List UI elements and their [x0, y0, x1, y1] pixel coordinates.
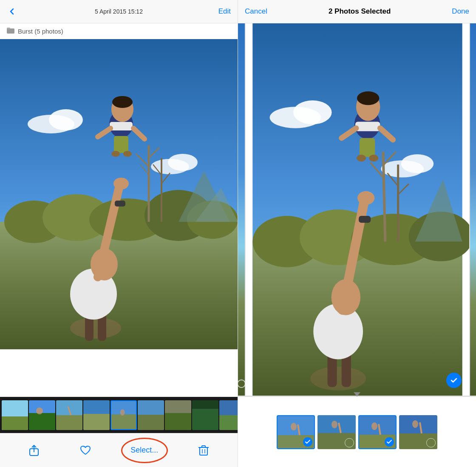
filmstrip-thumb-9[interactable] — [219, 400, 238, 430]
svg-point-114 — [371, 422, 377, 430]
filmstrip-thumb-5[interactable] — [110, 400, 137, 430]
left-panel: 5 April 2015 15:12 Edit Burst (5 photos) — [0, 0, 238, 467]
select-button[interactable]: Select... — [130, 446, 158, 455]
burst-selection-strip — [238, 397, 476, 467]
burst-thumb-2[interactable] — [317, 415, 356, 449]
filmstrip-thumb-7[interactable] — [165, 400, 191, 430]
svg-rect-42 — [29, 413, 55, 430]
svg-rect-59 — [219, 415, 238, 430]
select-button-container: Select... — [130, 446, 158, 455]
svg-rect-55 — [165, 413, 191, 430]
edit-button[interactable]: Edit — [218, 7, 231, 16]
svg-rect-45 — [56, 415, 82, 430]
burst-label: Burst (5 photos) — [0, 23, 238, 39]
folder-icon — [7, 28, 14, 35]
bottom-toolbar: Select... — [0, 433, 238, 467]
svg-point-26 — [113, 178, 129, 190]
burst-thumb-3[interactable] — [358, 415, 397, 449]
photo-date-time: 5 April 2015 15:12 — [95, 8, 143, 15]
burst-thumb-4[interactable] — [399, 415, 437, 449]
main-photo-left[interactable] — [0, 39, 238, 397]
filmstrip-thumb-3[interactable] — [56, 400, 82, 430]
burst-thumb-1-check — [303, 437, 312, 447]
filmstrip-thumb-6[interactable] — [138, 400, 164, 430]
like-button[interactable] — [79, 444, 91, 456]
svg-point-110 — [332, 421, 337, 428]
svg-point-31 — [111, 151, 120, 157]
burst-thumb-4-check-empty — [426, 438, 436, 447]
svg-point-51 — [120, 409, 125, 415]
right-sliver — [469, 23, 476, 396]
back-button[interactable] — [7, 6, 17, 17]
burst-thumbnails-row — [277, 415, 437, 449]
svg-point-32 — [123, 151, 132, 157]
delete-button[interactable] — [198, 444, 210, 456]
svg-point-34 — [112, 96, 133, 108]
burst-text: Burst (5 photos) — [18, 28, 63, 35]
right-panel: Cancel 2 Photos Selected Done — [238, 0, 476, 467]
filmstrip-thumb-1[interactable] — [2, 400, 28, 430]
svg-rect-92 — [359, 216, 371, 223]
svg-rect-30 — [114, 136, 128, 153]
filmstrip — [0, 397, 238, 433]
cancel-button[interactable]: Cancel — [245, 7, 267, 16]
svg-point-106 — [291, 423, 297, 430]
svg-point-20 — [70, 317, 121, 339]
svg-rect-48 — [83, 414, 110, 430]
svg-rect-1 — [7, 28, 10, 29]
svg-rect-57 — [192, 409, 218, 430]
filmstrip-thumb-2[interactable] — [29, 400, 55, 430]
svg-rect-95 — [360, 138, 375, 157]
svg-point-97 — [369, 155, 378, 161]
svg-rect-62 — [200, 447, 207, 455]
selection-count-label: 2 Photos Selected — [329, 7, 391, 16]
svg-rect-29 — [110, 122, 133, 130]
svg-point-5 — [49, 109, 83, 130]
svg-rect-40 — [2, 416, 28, 430]
right-header: Cancel 2 Photos Selected Done — [238, 0, 476, 23]
filmstrip-thumb-8[interactable] — [192, 400, 218, 430]
left-sliver — [238, 23, 246, 396]
svg-point-118 — [412, 420, 418, 428]
svg-point-43 — [36, 408, 43, 414]
right-main-area — [238, 23, 476, 396]
svg-point-85 — [310, 367, 366, 391]
photo-selected-checkmark — [446, 373, 462, 388]
share-button[interactable] — [28, 444, 40, 456]
burst-thumb-3-check — [385, 437, 394, 447]
filmstrip-thumb-4[interactable] — [83, 400, 110, 430]
left-header: 5 April 2015 15:12 Edit — [0, 0, 238, 23]
svg-point-74 — [401, 154, 434, 173]
right-main-photo[interactable] — [246, 23, 469, 396]
svg-rect-94 — [355, 122, 380, 131]
svg-point-7 — [168, 154, 198, 171]
burst-thumb-1[interactable] — [277, 415, 315, 449]
divider-arrow — [354, 392, 360, 396]
done-button[interactable]: Done — [452, 7, 469, 16]
svg-rect-27 — [115, 201, 125, 207]
svg-rect-53 — [138, 415, 164, 430]
svg-point-91 — [357, 191, 374, 205]
svg-point-72 — [293, 100, 332, 124]
svg-rect-50 — [111, 414, 136, 429]
divider-bar — [238, 396, 476, 397]
burst-thumb-2-check-empty — [345, 438, 354, 447]
svg-point-96 — [357, 155, 366, 161]
left-sliver-check — [238, 379, 246, 388]
svg-point-99 — [357, 91, 379, 105]
